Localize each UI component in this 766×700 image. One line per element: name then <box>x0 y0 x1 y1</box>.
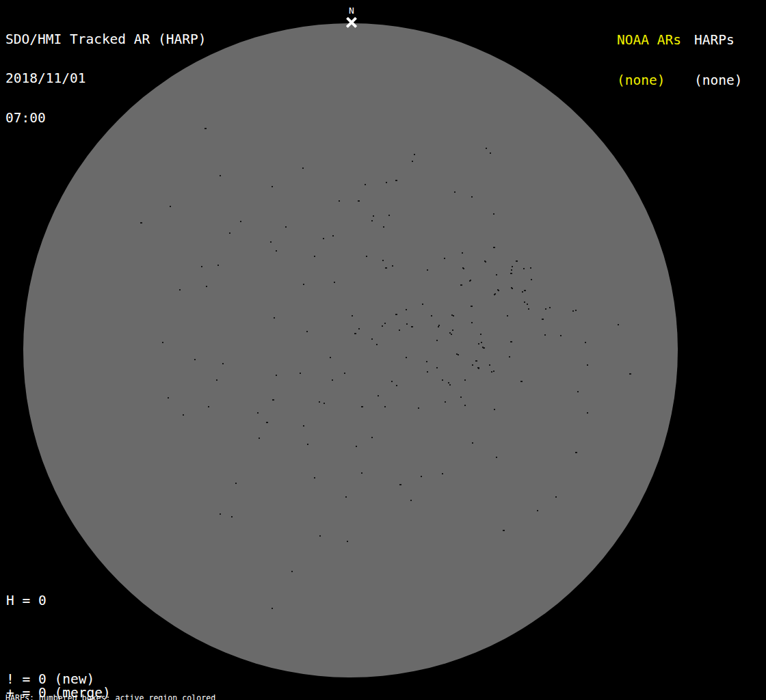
speckle-dot <box>183 414 184 416</box>
speckle-dot <box>412 161 413 162</box>
speckle-dot <box>406 357 407 358</box>
speckle-dot <box>472 442 473 444</box>
speckle-dot <box>303 284 304 285</box>
speckle-dot <box>384 406 386 407</box>
speckle-dot <box>231 516 233 517</box>
speckle-dot <box>531 279 532 280</box>
noaa-ars-block: NOAA ARs (none) <box>617 7 681 113</box>
speckle-dot <box>462 252 463 254</box>
speckle-dot <box>347 541 348 542</box>
speckle-dot <box>266 422 268 423</box>
speckle-dot <box>406 309 407 310</box>
speckle-dot <box>384 323 386 324</box>
speckle-dot <box>358 328 360 329</box>
speckle-dot <box>587 412 588 414</box>
speckle-dot <box>510 341 512 342</box>
speckle-dot <box>323 403 325 404</box>
speckle-dot <box>427 269 428 271</box>
speckle-dot <box>475 360 477 362</box>
speckle-dot <box>201 266 202 267</box>
speckle-dot <box>445 401 446 403</box>
speckle-dot <box>373 215 374 217</box>
speckle-dot <box>382 260 384 261</box>
speckle-dot <box>272 608 273 609</box>
speckle-dot <box>319 535 321 537</box>
speckle-dot <box>391 381 393 382</box>
speckle-dot <box>162 342 163 343</box>
speckle-dot <box>460 284 462 286</box>
speckle-dot <box>240 221 241 222</box>
speckle-dot <box>494 294 495 295</box>
speckle-dot <box>302 167 304 169</box>
speckle-dot <box>537 510 538 511</box>
speckle-dot <box>216 379 217 381</box>
speckle-dot <box>345 496 347 498</box>
speckle-dot <box>493 371 494 372</box>
speckle-dot <box>448 382 449 383</box>
speckle-dot <box>618 324 619 325</box>
speckle-dot <box>510 273 512 274</box>
noaa-ars-label: NOAA ARs <box>617 33 681 47</box>
speckle-dot <box>179 289 181 291</box>
footer-caption: HARPs: numbered boxes; active region col… <box>5 677 282 700</box>
speckle-dot <box>344 373 345 374</box>
speckle-dot <box>484 260 486 262</box>
speckle-dot <box>332 235 334 237</box>
footer-line-harps: HARPs: numbered boxes; active region col… <box>5 694 282 700</box>
speckle-dot <box>471 196 473 198</box>
date-label: 2018/11/01 <box>5 72 207 85</box>
speckle-dot <box>545 308 546 310</box>
speckle-dot <box>339 200 340 202</box>
speckle-dot <box>410 500 412 501</box>
speckle-dot <box>489 364 490 366</box>
speckle-dot <box>486 148 487 149</box>
speckle-dot <box>395 180 397 181</box>
speckle-dot <box>170 206 171 207</box>
speckle-dot <box>399 329 400 331</box>
speckle-dot <box>575 452 577 453</box>
speckle-dot <box>483 347 485 349</box>
speckle-dot <box>549 307 551 308</box>
speckle-dot <box>575 310 577 311</box>
speckle-dot <box>378 395 379 396</box>
speckle-dot <box>383 226 384 228</box>
speckle-dot <box>366 256 367 257</box>
north-label: N <box>349 6 354 16</box>
speckle-dot <box>220 513 221 515</box>
speckle-dot <box>431 315 432 317</box>
speckle-dot <box>303 425 304 427</box>
speckle-dot <box>361 472 362 474</box>
speckle-dot <box>577 391 579 392</box>
time-label: 07:00 <box>5 111 207 124</box>
speckle-dot <box>555 496 557 498</box>
speckle-dot <box>257 412 259 414</box>
speckle-dot <box>493 213 494 215</box>
speckle-dot <box>376 344 378 345</box>
speckle-dot <box>478 368 479 369</box>
speckle-dot <box>516 260 518 262</box>
speckle-dot <box>511 269 512 271</box>
harp-total-count: H = 0 <box>6 594 159 607</box>
speckle-dot <box>493 247 495 248</box>
solar-harp-viewer: SDO/HMI Tracked AR (HARP) 2018/11/01 07:… <box>0 0 766 700</box>
speckle-dot <box>503 530 505 531</box>
harps-label: HARPs <box>694 33 742 47</box>
speckle-dot <box>332 379 333 381</box>
speckle-dot <box>235 483 237 484</box>
speckle-dot <box>478 343 479 345</box>
speckle-dot <box>168 397 169 399</box>
speckle-dot <box>274 317 275 319</box>
speckle-dot <box>524 290 526 291</box>
speckle-dot <box>481 342 482 343</box>
speckle-dot <box>507 315 508 317</box>
speckle-dot <box>421 476 422 477</box>
speckle-dot <box>523 268 525 269</box>
speckle-dot <box>272 399 274 401</box>
speckle-dot <box>452 329 453 331</box>
speckle-dot <box>463 268 464 269</box>
speckle-dot <box>442 473 443 474</box>
speckle-dot <box>334 282 335 283</box>
speckle-dot <box>427 371 428 373</box>
speckle-dot <box>382 325 383 327</box>
speckle-dot <box>471 306 473 307</box>
